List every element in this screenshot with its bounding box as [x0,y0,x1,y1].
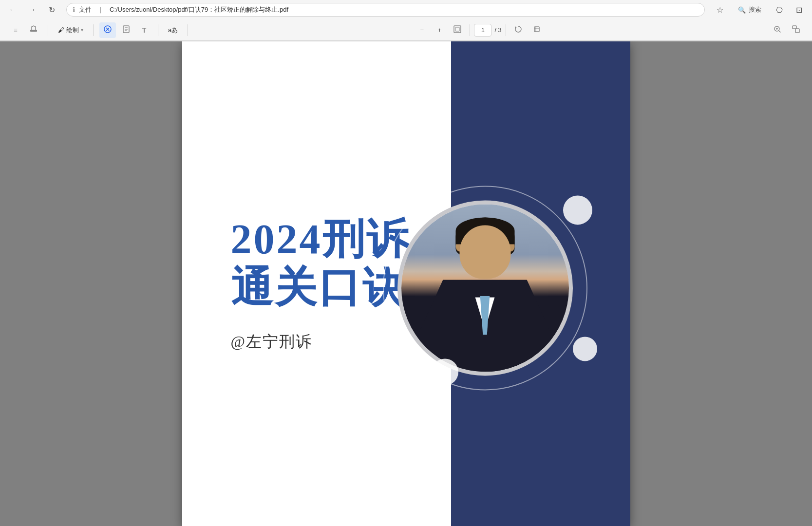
sep-5 [470,24,470,36]
sep-3 [158,24,158,36]
svg-rect-7 [455,27,459,31]
draw-icon: 🖌 [58,26,64,34]
extensions-icon: ⎔ [776,5,783,15]
draw-caret: ▾ [81,27,83,33]
zoom-plus-icon: + [438,26,442,34]
menu-icon: ≡ [14,26,18,34]
text-select-icon: T [142,26,147,34]
crop-button[interactable] [529,22,545,38]
zoom-plus-button[interactable]: + [432,22,447,38]
star-button[interactable]: ☆ [713,2,727,17]
toolbar-group-left: ≡ [8,22,42,38]
page-input[interactable] [474,24,491,37]
text-label: aあ [168,26,178,35]
subtitle: @左宁刑诉 [231,331,312,353]
zoom-in-icon [773,25,782,35]
sep-2 [93,24,94,36]
browser-chrome: ← → ↻ ℹ 文件 ｜ C:/Users/zuoni/Desktop/pdf/… [0,0,812,41]
address-bar[interactable]: ℹ 文件 ｜ C:/Users/zuoni/Desktop/pdf/口诀79：社… [66,3,705,17]
highlight-button[interactable] [25,22,42,38]
deco-circle-top-right [563,195,592,225]
search-icon-top: 🔍 [738,6,746,14]
file-label: 文件 [79,5,92,14]
zoom-minus-icon: − [420,26,424,34]
deco-circle-bottom-left [432,358,458,385]
pdf-page: 2024刑诉 通关口诀 @左宁刑诉 [182,41,630,526]
info-icon: ℹ [73,6,75,14]
draw-button[interactable]: 🖌 绘制 ▾ [54,22,87,38]
pdf-right-panel [451,41,630,526]
address-text: C:/Users/zuoni/Desktop/pdf/口诀79：社区矫正的解除与… [110,5,699,14]
title-bar-right: ☆ 🔍 搜索 ⎔ ⊡ [713,2,806,17]
circle-decoration [383,186,587,390]
deco-circle-bottom-right [573,337,597,361]
extensions-button[interactable]: ⎔ [772,2,787,17]
rotate-icon [514,25,523,35]
svg-rect-8 [534,27,539,32]
eraser-icon [103,25,112,35]
menu-button[interactable]: ≡ [8,22,23,38]
separator: ｜ [97,5,104,14]
svg-line-14 [779,31,780,32]
crop-icon [532,25,541,35]
pdf-toolbar: ≡ 🖌 绘制 ▾ [0,19,812,41]
toolbar-group-tools: T [99,22,152,38]
text-format-button[interactable]: aあ [164,22,182,38]
pdf-area: 2024刑诉 通关口诀 @左宁刑诉 [0,41,812,526]
note-icon [122,25,131,35]
zoom-out-icon [792,25,800,35]
sidebar-button[interactable]: ⊡ [792,2,806,17]
svg-rect-15 [793,26,796,29]
fit-icon [453,25,462,35]
toolbar-group-right [769,22,804,38]
nav-buttons: ← → ↻ [6,3,58,17]
pdf-wrapper: 2024刑诉 通关口诀 @左宁刑诉 [0,41,812,526]
text-select-button[interactable]: T [136,22,152,38]
title-bar: ← → ↻ ℹ 文件 ｜ C:/Users/zuoni/Desktop/pdf/… [0,0,812,19]
svg-rect-6 [454,26,461,33]
zoom-out-button[interactable] [788,22,804,38]
note-button[interactable] [118,22,134,38]
sep-6 [506,24,506,36]
zoom-controls: − + / 3 [414,22,545,38]
refresh-button[interactable]: ↻ [45,3,58,17]
zoom-in-button[interactable] [769,22,786,38]
svg-rect-0 [30,30,37,32]
fit-page-button[interactable] [449,22,466,38]
svg-rect-16 [795,29,799,33]
back-button[interactable]: ← [6,3,19,17]
search-button-top[interactable]: 🔍 搜索 [732,2,767,17]
pdf-page-inner: 2024刑诉 通关口诀 @左宁刑诉 [182,41,630,526]
photo-circle [397,200,573,376]
rotate-button[interactable] [510,22,527,38]
zoom-minus-button[interactable]: − [414,22,430,38]
forward-button[interactable]: → [25,3,39,17]
sidebar-icon: ⊡ [796,5,802,15]
highlight-icon [29,25,38,35]
sep-4 [188,24,188,36]
page-controls: / 3 [474,24,501,37]
total-pages: / 3 [494,26,501,34]
eraser-button[interactable] [99,22,116,38]
sep-1 [48,24,48,36]
toolbar-group-draw: 🖌 绘制 ▾ [54,22,87,38]
